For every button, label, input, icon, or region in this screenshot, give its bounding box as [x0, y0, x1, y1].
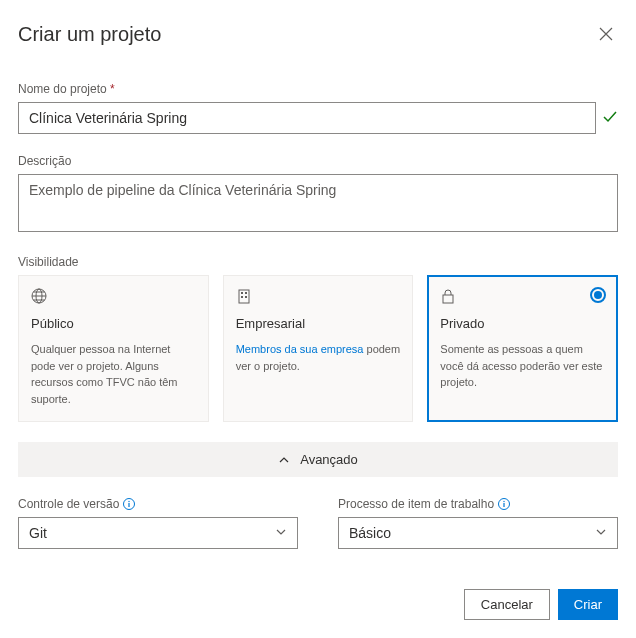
project-name-input[interactable] — [18, 102, 596, 134]
visibility-label: Visibilidade — [18, 255, 618, 269]
project-name-group: Nome do projeto * — [18, 82, 618, 134]
dialog-footer: Cancelar Criar — [464, 589, 618, 620]
chevron-down-icon — [595, 525, 607, 541]
work-item-label-text: Processo de item de trabalho — [338, 497, 494, 511]
svg-rect-3 — [241, 292, 243, 294]
version-control-label-text: Controle de versão — [18, 497, 119, 511]
project-name-label-text: Nome do projeto — [18, 82, 107, 96]
visibility-enterprise-desc: Membros da sua empresa podem ver o proje… — [236, 341, 401, 374]
visibility-public-title: Público — [31, 316, 196, 331]
advanced-toggle[interactable]: Avançado — [18, 442, 618, 477]
svg-rect-10 — [129, 503, 130, 507]
visibility-group: Visibilidade Público Qualquer pessoa na … — [18, 255, 618, 422]
version-control-value: Git — [29, 525, 47, 541]
lock-icon — [440, 288, 605, 306]
dialog-header: Criar um projeto — [18, 22, 618, 46]
visibility-enterprise-title: Empresarial — [236, 316, 401, 331]
info-icon[interactable] — [123, 498, 135, 510]
svg-rect-6 — [245, 296, 247, 298]
globe-icon — [31, 288, 196, 306]
required-asterisk: * — [110, 82, 115, 96]
version-control-select[interactable]: Git — [18, 517, 298, 549]
visibility-enterprise-card[interactable]: Empresarial Membros da sua empresa podem… — [223, 275, 414, 422]
cancel-button[interactable]: Cancelar — [464, 589, 550, 620]
work-item-select[interactable]: Básico — [338, 517, 618, 549]
work-item-col: Processo de item de trabalho Básico — [338, 497, 618, 549]
info-icon[interactable] — [498, 498, 510, 510]
version-control-col: Controle de versão Git — [18, 497, 298, 549]
version-control-label: Controle de versão — [18, 497, 298, 511]
building-icon — [236, 288, 401, 306]
visibility-enterprise-link[interactable]: Membros da sua empresa — [236, 343, 364, 355]
visibility-private-title: Privado — [440, 316, 605, 331]
project-name-input-row — [18, 102, 618, 134]
description-label: Descrição — [18, 154, 618, 168]
work-item-label: Processo de item de trabalho — [338, 497, 618, 511]
check-icon — [602, 109, 618, 128]
advanced-row: Controle de versão Git Processo de item … — [18, 497, 618, 549]
visibility-public-desc: Qualquer pessoa na Internet pode ver o p… — [31, 341, 196, 407]
svg-rect-2 — [239, 290, 249, 303]
chevron-up-icon — [278, 454, 290, 466]
chevron-down-icon — [275, 525, 287, 541]
svg-rect-13 — [503, 503, 504, 507]
svg-point-12 — [503, 501, 504, 502]
visibility-public-card[interactable]: Público Qualquer pessoa na Internet pode… — [18, 275, 209, 422]
dialog-title: Criar um projeto — [18, 23, 161, 46]
work-item-value: Básico — [349, 525, 391, 541]
svg-rect-4 — [245, 292, 247, 294]
svg-rect-5 — [241, 296, 243, 298]
visibility-private-card[interactable]: Privado Somente as pessoas a quem você d… — [427, 275, 618, 422]
create-button[interactable]: Criar — [558, 589, 618, 620]
svg-rect-7 — [443, 295, 453, 303]
description-input[interactable]: Exemplo de pipeline da Clínica Veterinár… — [18, 174, 618, 232]
advanced-label: Avançado — [300, 452, 358, 467]
project-name-label: Nome do projeto * — [18, 82, 618, 96]
visibility-options: Público Qualquer pessoa na Internet pode… — [18, 275, 618, 422]
close-icon — [599, 27, 613, 41]
close-button[interactable] — [594, 22, 618, 46]
svg-point-9 — [129, 501, 130, 502]
radio-selected-icon — [590, 287, 606, 303]
visibility-private-desc: Somente as pessoas a quem você dá acesso… — [440, 341, 605, 391]
description-group: Descrição Exemplo de pipeline da Clínica… — [18, 154, 618, 235]
